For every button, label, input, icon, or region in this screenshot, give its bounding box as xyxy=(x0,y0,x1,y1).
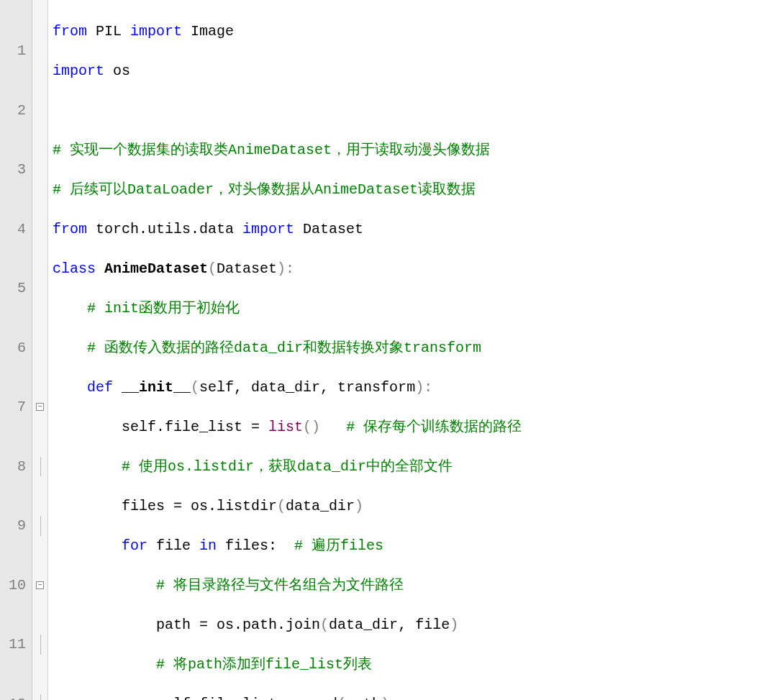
code-line[interactable]: # init函数用于初始化 xyxy=(53,299,550,319)
code-line[interactable]: from torch.utils.data import Dataset xyxy=(53,219,550,240)
fold-gutter: − − − − − xyxy=(32,0,48,700)
code-line[interactable]: # 后续可以DataLoader，对头像数据从AnimeDataset读取数据 xyxy=(53,180,550,200)
line-number: 2 xyxy=(6,101,26,121)
code-line[interactable]: def __init__(self, data_dir, transform): xyxy=(53,378,550,398)
code-line[interactable]: # 将path添加到file_list列表 xyxy=(53,655,550,675)
code-line[interactable]: class AnimeDataset(Dataset): xyxy=(53,259,550,279)
code-line[interactable]: import os xyxy=(53,61,550,81)
code-line[interactable]: files = os.listdir(data_dir) xyxy=(53,496,550,517)
line-number: 8 xyxy=(6,457,26,477)
line-number: 7 xyxy=(6,397,26,417)
line-number-gutter: 1 2 3 4 5 6 7 8 9 10 11 12 13 14 15 16 1… xyxy=(0,0,32,700)
line-number: 6 xyxy=(6,338,26,358)
line-number: 9 xyxy=(6,516,26,536)
code-line[interactable]: # 使用os.listdir，获取data_dir中的全部文件 xyxy=(53,457,550,477)
code-line[interactable]: # 将目录路径与文件名组合为文件路径 xyxy=(53,576,550,596)
code-line[interactable]: path = os.path.join(data_dir, file) xyxy=(53,615,550,635)
code-line[interactable]: from PIL import Image xyxy=(53,22,550,42)
code-editor[interactable]: from PIL import Image import os # 实现一个数据… xyxy=(48,0,550,700)
code-line[interactable]: self.file_list = list() # 保存每个训练数据的路径 xyxy=(53,417,550,437)
code-line[interactable]: for file in files: # 遍历files xyxy=(53,536,550,556)
line-number: 1 xyxy=(6,41,26,61)
code-line[interactable]: # 函数传入数据的路径data_dir和数据转换对象transform xyxy=(53,338,550,358)
line-number: 5 xyxy=(6,278,26,299)
line-number: 10 xyxy=(6,576,26,596)
code-line[interactable]: # 实现一个数据集的读取类AnimeDataset，用于读取动漫头像数据 xyxy=(53,140,550,160)
line-number: 12 xyxy=(6,694,26,701)
code-line[interactable]: self.file_list.append(path) xyxy=(53,694,550,701)
fold-toggle-icon[interactable]: − xyxy=(36,403,44,411)
line-number: 3 xyxy=(6,160,26,180)
line-number: 4 xyxy=(6,219,26,240)
line-number: 11 xyxy=(6,635,26,655)
fold-toggle-icon[interactable]: − xyxy=(36,581,44,589)
code-line[interactable] xyxy=(53,101,550,121)
